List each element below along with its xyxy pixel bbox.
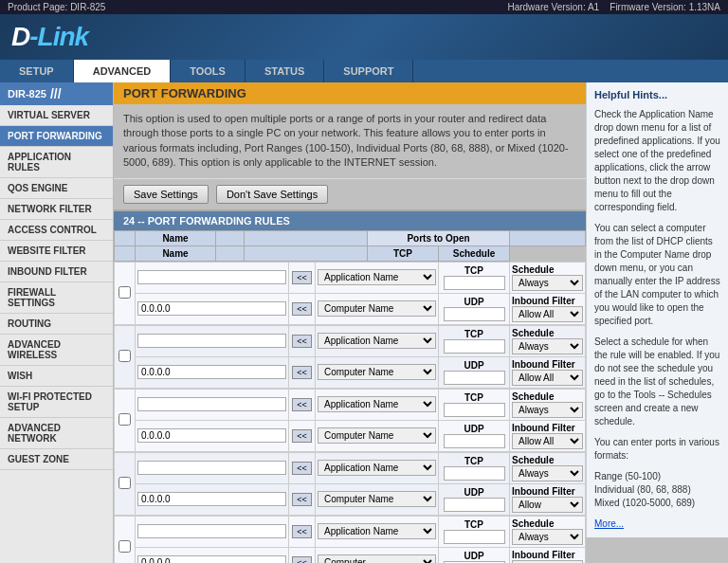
comp-arrow-btn-5[interactable]: << <box>292 556 312 563</box>
inbound-select-1[interactable]: Allow All <box>512 306 583 322</box>
app-select-5[interactable]: Application Name <box>318 523 436 539</box>
sidebar-item-virtual-server[interactable]: VIRTUAL SERVER <box>0 105 113 126</box>
sidebar-item-website-filter[interactable]: WEBSITE FILTER <box>0 241 113 262</box>
rule-checkbox-1[interactable] <box>118 286 131 299</box>
tcp-input-1[interactable] <box>444 276 505 290</box>
comp-select-1[interactable]: Computer Name <box>318 300 436 317</box>
rule-name-input-1[interactable] <box>137 270 286 284</box>
inbound-label-5: Inbound Filter <box>512 550 575 560</box>
sidebar-item-qos[interactable]: QOS ENGINE <box>0 178 113 199</box>
sidebar-item-routing[interactable]: ROUTING <box>0 314 113 335</box>
col-tcp: TCP <box>368 245 439 261</box>
rule-name-input-4[interactable] <box>137 461 286 475</box>
schedule-select-5[interactable]: Always <box>512 529 583 545</box>
sidebar-item-port-forwarding[interactable]: PORT FORWARDING <box>0 126 113 147</box>
schedule-label-2: Schedule <box>512 328 554 338</box>
rule-checkbox-2[interactable] <box>118 350 131 362</box>
rule-name-input-3[interactable] <box>137 397 286 411</box>
rule-name-input-5[interactable] <box>137 524 286 538</box>
tab-status[interactable]: STATUS <box>246 60 324 82</box>
rule-checkbox-3[interactable] <box>118 413 131 426</box>
inbound-label-2: Inbound Filter <box>512 359 575 370</box>
ip-input-4[interactable] <box>137 492 286 506</box>
rule-name-input-2[interactable] <box>137 334 286 348</box>
app-arrow-btn-1[interactable]: << <box>292 271 312 284</box>
app-arrow-btn-3[interactable]: << <box>292 398 312 411</box>
udp-label-4: UDP <box>464 487 483 498</box>
schedule-select-3[interactable]: Always <box>512 402 583 418</box>
udp-input-1[interactable] <box>444 307 505 321</box>
comp-select-2[interactable]: Computer Name <box>318 364 436 380</box>
comp-arrow-btn-3[interactable]: << <box>292 429 312 443</box>
hints-more-link[interactable]: More... <box>594 518 624 529</box>
sidebar-item-network-filter[interactable]: NETWORK FILTER <box>0 199 113 220</box>
rules-container: << Application Name TCP Schedule <box>114 262 586 563</box>
tcp-label-2: TCP <box>464 329 483 339</box>
ip-input-5[interactable] <box>137 555 286 563</box>
schedule-select-2[interactable]: Always <box>512 338 583 354</box>
ip-input-1[interactable] <box>137 301 286 316</box>
sidebar-item-guest-zone[interactable]: GUEST ZONE <box>0 449 113 470</box>
udp-input-3[interactable] <box>444 434 505 448</box>
tcp-input-5[interactable] <box>444 530 505 544</box>
app-select-1[interactable]: Application Name <box>318 269 436 285</box>
col-header-name: Name <box>136 230 216 245</box>
comp-select-3[interactable]: Computer Name <box>318 427 436 444</box>
inbound-select-3[interactable]: Allow All <box>512 433 583 449</box>
inbound-select-5[interactable]: Allow All <box>512 560 583 563</box>
top-bar: Product Page: DIR-825 Hardware Version: … <box>0 0 728 14</box>
rule-row-3: << Application Name TCP Schedule <box>114 389 586 452</box>
sidebar-item-access-control[interactable]: ACCESS CONTROL <box>0 220 113 241</box>
sidebar-item-adv-network[interactable]: ADVANCED NETWORK <box>0 418 113 449</box>
tab-setup[interactable]: SETUP <box>0 60 74 82</box>
comp-arrow-btn-4[interactable]: << <box>292 493 312 506</box>
inbound-label-4: Inbound Filter <box>512 486 575 497</box>
tab-tools[interactable]: TOOLS <box>171 60 246 82</box>
inbound-select-2[interactable]: Allow All <box>512 370 583 386</box>
sidebar-item-firewall[interactable]: FIREWALL SETTINGS <box>0 282 113 314</box>
app-select-2[interactable]: Application Name <box>318 333 436 349</box>
sidebar-item-wps[interactable]: WI-FI PROTECTED SETUP <box>0 387 113 418</box>
sidebar-item-application-rules[interactable]: APPLICATION RULES <box>0 147 113 178</box>
schedule-select-4[interactable]: Always <box>512 465 583 481</box>
save-button[interactable]: Save Settings <box>123 185 209 204</box>
comp-arrow-btn-2[interactable]: << <box>292 366 312 379</box>
sidebar-item-adv-wireless[interactable]: ADVANCED WIRELESS <box>0 335 113 366</box>
app-arrow-btn-2[interactable]: << <box>292 335 312 348</box>
udp-input-4[interactable] <box>444 498 505 512</box>
ip-input-3[interactable] <box>137 428 286 443</box>
rule-row-2: << Application Name TCP Schedule <box>114 325 586 389</box>
dlink-logo: D-Link <box>11 22 88 52</box>
sidebar-item-inbound-filter[interactable]: INBOUND FILTER <box>0 262 113 282</box>
schedule-label-3: Schedule <box>512 391 554 402</box>
tcp-input-3[interactable] <box>444 403 505 417</box>
col-name-2: Name <box>136 245 216 261</box>
udp-label-3: UDP <box>464 424 483 434</box>
inbound-select-4[interactable]: Allow <box>512 497 583 513</box>
ports-to-open-header: Ports to Open <box>368 230 510 245</box>
comp-arrow-btn-1[interactable]: << <box>292 302 312 316</box>
app-arrow-btn-4[interactable]: << <box>292 462 312 475</box>
udp-label-2: UDP <box>464 360 483 371</box>
schedule-label-1: Schedule <box>512 264 554 275</box>
rule-checkbox-5[interactable] <box>118 540 131 553</box>
schedule-select-1[interactable]: Always <box>512 275 583 291</box>
comp-select-4[interactable]: Computer Name <box>318 491 436 507</box>
rule-row-5: << Application Name TCP Schedule <box>114 516 586 563</box>
sidebar-item-wish[interactable]: WISH <box>0 366 113 387</box>
sidebar: DIR-825 /// VIRTUAL SERVER PORT FORWARDI… <box>0 82 114 563</box>
tab-support[interactable]: SUPPORT <box>324 60 413 82</box>
comp-select-5[interactable]: Computer <box>318 554 436 563</box>
app-select-4[interactable]: Application Name <box>318 460 436 476</box>
col-schedule: Schedule <box>439 245 510 261</box>
hints-p4: You can enter ports in various formats: <box>594 436 720 463</box>
tcp-input-2[interactable] <box>444 339 505 354</box>
udp-input-2[interactable] <box>444 371 505 385</box>
app-select-3[interactable]: Application Name <box>318 396 436 412</box>
rule-checkbox-4[interactable] <box>118 477 131 489</box>
dont-save-button[interactable]: Don't Save Settings <box>216 185 328 204</box>
app-arrow-btn-5[interactable]: << <box>292 525 312 538</box>
tcp-input-4[interactable] <box>444 466 505 481</box>
ip-input-2[interactable] <box>137 365 286 379</box>
tab-advanced[interactable]: ADVANCED <box>74 60 172 82</box>
